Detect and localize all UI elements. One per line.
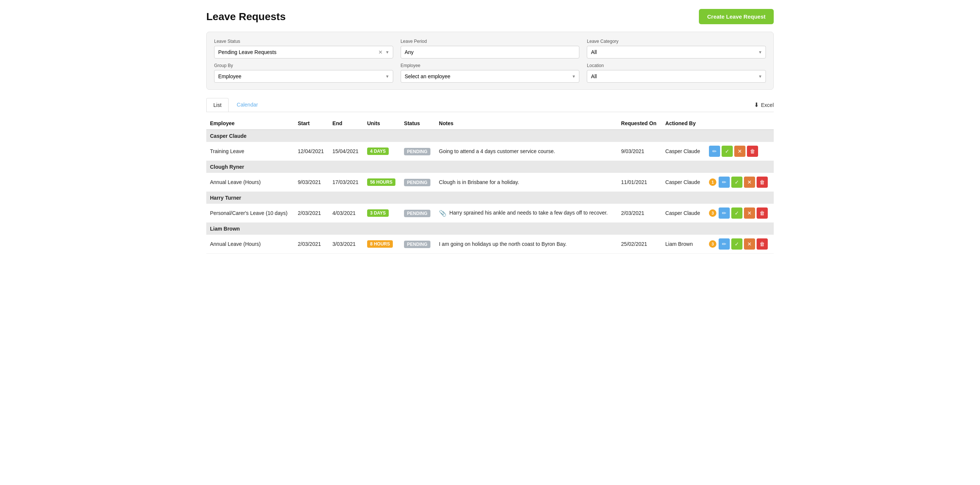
delete-button[interactable]: 🗑 — [757, 177, 768, 188]
cell-actions: 1 ✏ ✓ ✕ 🗑 — [705, 173, 774, 192]
comment-count-badge: 1 — [709, 179, 716, 186]
cell-actioned-by: Casper Claude — [662, 204, 705, 223]
create-leave-request-button[interactable]: Create Leave Request — [699, 9, 774, 24]
status-badge: PENDING — [404, 210, 430, 217]
leave-status-label: Leave Status — [214, 39, 393, 44]
group-name: Clough Ryner — [206, 161, 774, 173]
col-start: Start — [294, 117, 329, 130]
approve-button[interactable]: ✓ — [731, 207, 743, 219]
group-name: Harry Turner — [206, 192, 774, 204]
cell-requested-on: 11/01/2021 — [617, 173, 662, 192]
edit-button[interactable]: ✏ — [719, 177, 730, 188]
edit-button[interactable]: ✏ — [719, 207, 730, 219]
table-row: Training Leave 12/04/2021 15/04/2021 4 D… — [206, 142, 774, 161]
tab-list[interactable]: List — [206, 98, 229, 112]
reject-button[interactable]: ✕ — [744, 207, 755, 219]
col-status: Status — [400, 117, 435, 130]
filter-panel: Leave Status ✕ ▼ Leave Period Leave Cate… — [206, 32, 774, 90]
cell-status: PENDING — [400, 173, 435, 192]
edit-button[interactable]: ✏ — [719, 238, 730, 250]
approve-button[interactable]: ✓ — [731, 238, 743, 250]
units-badge: 56 HOURS — [367, 179, 395, 186]
edit-button[interactable]: ✏ — [709, 146, 720, 157]
cell-employee: Personal/Carer's Leave (10 days) — [206, 204, 294, 223]
employee-select[interactable]: Select an employee — [401, 70, 580, 83]
cell-units: 56 HOURS — [363, 173, 400, 192]
location-select[interactable]: All — [587, 70, 766, 83]
cell-units: 8 HOURS — [363, 235, 400, 254]
group-by-filter: Group By Employee ▼ — [214, 63, 393, 83]
cell-start: 2/03/2021 — [294, 204, 329, 223]
leave-period-label: Leave Period — [401, 39, 580, 44]
approve-button[interactable]: ✓ — [731, 177, 743, 188]
reject-button[interactable]: ✕ — [744, 177, 755, 188]
col-requested-on: Requested On — [617, 117, 662, 130]
col-employee: Employee — [206, 117, 294, 130]
leave-status-clear-icon[interactable]: ✕ — [378, 49, 383, 55]
location-label: Location — [587, 63, 766, 68]
cell-actions: 3 ✏ ✓ ✕ 🗑 — [705, 235, 774, 254]
page-title: Leave Requests — [206, 11, 286, 23]
employee-filter: Employee Select an employee ▼ — [401, 63, 580, 83]
col-actioned-by: Actioned By — [662, 117, 705, 130]
status-badge: PENDING — [404, 179, 430, 186]
cell-end: 3/03/2021 — [329, 235, 363, 254]
units-badge: 4 DAYS — [367, 147, 389, 155]
cell-units: 4 DAYS — [363, 142, 400, 161]
cell-requested-on: 2/03/2021 — [617, 204, 662, 223]
cell-requested-on: 9/03/2021 — [617, 142, 662, 161]
group-casper-claude: Casper Claude — [206, 130, 774, 142]
delete-button[interactable]: 🗑 — [747, 146, 758, 157]
cell-requested-on: 25/02/2021 — [617, 235, 662, 254]
cell-notes: 📎 Harry sprained his ankle and needs to … — [435, 204, 617, 223]
cell-actioned-by: Casper Claude — [662, 142, 705, 161]
cell-notes: Clough is in Brisbane for a holiday. — [435, 173, 617, 192]
leave-period-filter: Leave Period — [401, 39, 580, 59]
reject-button[interactable]: ✕ — [734, 146, 745, 157]
group-liam-brown: Liam Brown — [206, 223, 774, 235]
tabs-bar: List Calendar ⬇ Excel — [206, 98, 774, 112]
leave-period-input[interactable] — [401, 46, 580, 59]
excel-label: Excel — [761, 102, 774, 108]
status-badge: PENDING — [404, 241, 430, 248]
leave-status-input[interactable] — [214, 46, 393, 59]
cell-notes: I am going on holidays up the north coas… — [435, 235, 617, 254]
tab-calendar[interactable]: Calendar — [230, 98, 265, 112]
cell-end: 15/04/2021 — [329, 142, 363, 161]
cell-start: 12/04/2021 — [294, 142, 329, 161]
leave-category-label: Leave Category — [587, 39, 766, 44]
col-end: End — [329, 117, 363, 130]
comment-count-badge: 3 — [709, 209, 716, 217]
table-row: Personal/Carer's Leave (10 days) 2/03/20… — [206, 204, 774, 223]
reject-button[interactable]: ✕ — [744, 238, 755, 250]
leave-requests-table: Employee Start End Units Status Notes Re… — [206, 117, 774, 254]
cell-status: PENDING — [400, 235, 435, 254]
approve-button[interactable]: ✓ — [722, 146, 733, 157]
employee-label: Employee — [401, 63, 580, 68]
cell-units: 3 DAYS — [363, 204, 400, 223]
table-row: Annual Leave (Hours) 9/03/2021 17/03/202… — [206, 173, 774, 192]
group-by-select[interactable]: Employee — [214, 70, 393, 83]
cell-end: 4/03/2021 — [329, 204, 363, 223]
leave-status-dropdown-icon[interactable]: ▼ — [385, 50, 390, 54]
delete-button[interactable]: 🗑 — [757, 207, 768, 219]
comment-count-badge: 3 — [709, 240, 716, 248]
group-clough-ryner: Clough Ryner — [206, 161, 774, 173]
location-filter: Location All ▼ — [587, 63, 766, 83]
cell-start: 9/03/2021 — [294, 173, 329, 192]
cell-status: PENDING — [400, 142, 435, 161]
cell-actioned-by: Casper Claude — [662, 173, 705, 192]
group-by-label: Group By — [214, 63, 393, 68]
delete-button[interactable]: 🗑 — [757, 238, 768, 250]
notes-text: Harry sprained his ankle and needs to ta… — [449, 210, 608, 216]
group-name: Casper Claude — [206, 130, 774, 142]
leave-status-filter: Leave Status ✕ ▼ — [214, 39, 393, 59]
leave-category-select[interactable]: All — [587, 46, 766, 59]
excel-export-button[interactable]: ⬇ Excel — [754, 101, 774, 108]
cell-actioned-by: Liam Brown — [662, 235, 705, 254]
attachment-icon: 📎 — [439, 210, 446, 217]
units-badge: 8 HOURS — [367, 240, 393, 248]
cell-start: 2/03/2021 — [294, 235, 329, 254]
col-actions — [705, 117, 774, 130]
table-row: Annual Leave (Hours) 2/03/2021 3/03/2021… — [206, 235, 774, 254]
